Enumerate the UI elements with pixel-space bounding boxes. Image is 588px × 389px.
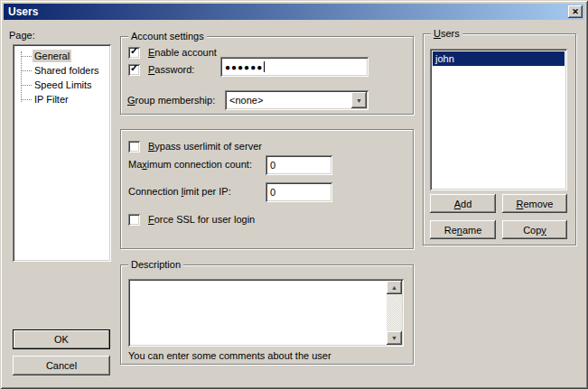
title-bar[interactable]: Users <box>4 4 584 20</box>
tree-item-speed-limits[interactable]: Speed Limits <box>13 78 111 92</box>
dropdown-button[interactable]: ▼ <box>351 92 367 108</box>
page-label: Page: <box>9 30 35 42</box>
users-group: Users john Add Remove Rename Copy <box>423 33 576 245</box>
bypass-userlimit-checkbox[interactable] <box>128 141 140 153</box>
copy-button[interactable]: Copy <box>502 220 567 239</box>
tree-item-shared-folders[interactable]: Shared folders <box>13 63 111 78</box>
password-input[interactable]: ●●●●●● <box>220 57 369 77</box>
password-row: ✓ Password: <box>128 64 194 76</box>
enable-account-row: ✓ Enable account <box>128 47 217 59</box>
bypass-userlimit-row: Bypass userlimit of server <box>128 141 262 153</box>
users-dialog: Users ✕ Page: General Shared folders Spe… <box>0 0 588 389</box>
password-label: Password: <box>148 64 194 76</box>
window-title: Users <box>8 5 38 18</box>
list-item-john[interactable]: john <box>433 51 565 66</box>
check-icon: ✓ <box>130 62 138 74</box>
cancel-button[interactable]: Cancel <box>13 356 110 375</box>
account-settings-group: Account settings ✓ Enable account ✓ Pass… <box>120 36 414 115</box>
description-title: Description <box>128 259 183 271</box>
arrow-down-icon: ▼ <box>391 335 397 341</box>
tree-twig <box>21 56 32 57</box>
description-textarea[interactable]: ▲ ▼ <box>128 279 404 347</box>
description-scrollbar[interactable]: ▲ ▼ <box>387 281 402 345</box>
remove-button[interactable]: Remove <box>502 194 567 213</box>
password-checkbox[interactable]: ✓ <box>128 64 140 76</box>
enable-account-checkbox[interactable]: ✓ <box>128 47 140 59</box>
group-membership-select[interactable]: <none> ▼ <box>225 90 369 110</box>
text-caret <box>264 61 265 72</box>
close-button[interactable]: ✕ <box>568 5 583 18</box>
users-group-title: Users <box>431 28 462 40</box>
page-tree[interactable]: General Shared folders Speed Limits IP F… <box>13 44 111 262</box>
chevron-down-icon: ▼ <box>356 97 362 104</box>
users-listbox[interactable]: john <box>430 49 567 190</box>
tree-twig <box>21 70 32 71</box>
force-ssl-row: Force SSL for user login <box>128 214 255 226</box>
add-button[interactable]: Add <box>430 194 496 213</box>
force-ssl-label: Force SSL for user login <box>148 214 255 226</box>
check-icon: ✓ <box>130 45 138 57</box>
account-settings-title: Account settings <box>128 31 207 42</box>
tree-item-general[interactable]: General <box>13 49 111 63</box>
description-group: Description ▲ ▼ You can enter some comme… <box>120 264 414 365</box>
tree-twig <box>21 99 32 100</box>
group-membership-label: Group membership: <box>127 95 215 107</box>
ok-button[interactable]: OK <box>13 329 110 349</box>
scroll-down-button[interactable]: ▼ <box>387 331 402 345</box>
scroll-up-button[interactable]: ▲ <box>387 281 402 294</box>
max-connection-input[interactable]: 0 <box>266 155 332 175</box>
tree-item-ip-filter[interactable]: IP Filter <box>13 92 111 107</box>
arrow-up-icon: ▲ <box>391 284 397 291</box>
description-hint: You can enter some comments about the us… <box>128 350 331 362</box>
max-connection-label: Maximum connection count: <box>128 159 252 171</box>
connection-limit-per-ip-input[interactable]: 0 <box>266 182 332 202</box>
rename-button[interactable]: Rename <box>430 220 496 239</box>
tree-twig <box>21 85 32 86</box>
close-icon: ✕ <box>572 7 579 16</box>
enable-account-label: Enable account <box>148 47 217 59</box>
connection-limit-per-ip-label: Connection limit per IP: <box>128 186 231 198</box>
force-ssl-checkbox[interactable] <box>128 214 140 226</box>
bypass-userlimit-label: Bypass userlimit of server <box>148 141 262 153</box>
limits-group: Bypass userlimit of server Maximum conne… <box>120 129 414 249</box>
